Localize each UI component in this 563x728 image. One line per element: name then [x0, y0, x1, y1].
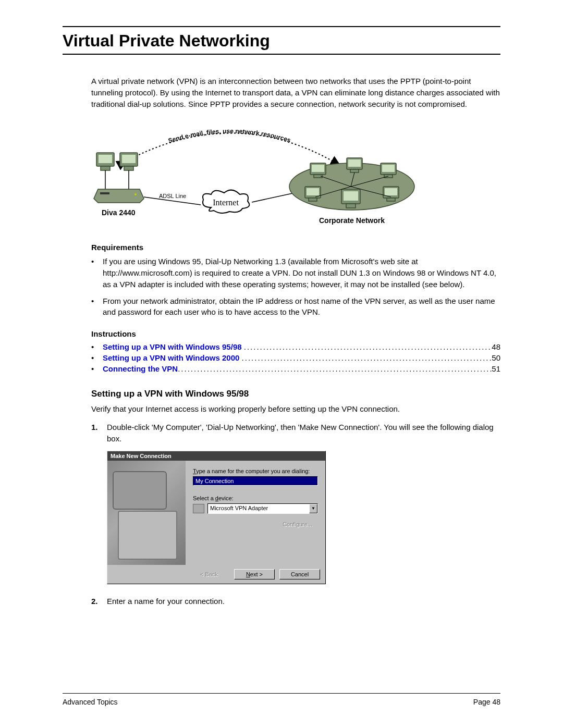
name-field-label: Type a name for the computer you are dia…	[193, 468, 318, 474]
svg-rect-30	[344, 191, 358, 201]
svg-rect-9	[100, 192, 109, 194]
svg-rect-2	[99, 155, 112, 163]
svg-rect-27	[385, 188, 397, 195]
diva-label: Diva 2440	[102, 208, 136, 217]
svg-point-10	[134, 193, 137, 195]
vpn-diagram: Send e-mail, files, use network resource…	[91, 119, 500, 230]
wizard-image	[107, 461, 186, 565]
svg-rect-3	[101, 166, 110, 170]
footer-right: Page 48	[473, 698, 500, 706]
page-title: Virtual Private Networking	[63, 31, 500, 51]
toc-item: • Setting up a VPN with Windows 2000 ...…	[91, 353, 500, 362]
svg-rect-15	[312, 165, 324, 172]
svg-rect-24	[307, 188, 319, 195]
list-item: •If you are using Windows 95, Dial-Up Ne…	[91, 256, 500, 290]
svg-rect-5	[122, 155, 136, 163]
intro-paragraph: A virtual private network (VPN) is an in…	[91, 76, 500, 109]
requirements-heading: Requirements	[91, 243, 500, 252]
dialog-title: Make New Connection	[107, 451, 325, 461]
page-footer: Advanced Topics Page 48	[63, 693, 500, 706]
svg-rect-6	[124, 166, 133, 170]
svg-rect-18	[348, 159, 361, 167]
connection-name-input[interactable]	[193, 476, 318, 486]
toc-page: 51	[492, 364, 500, 373]
toc-page: 50	[492, 353, 500, 362]
toc-item: • Connecting the VPN ...................…	[91, 364, 500, 373]
toc-link-win2000[interactable]: Setting up a VPN with Windows 2000	[103, 353, 239, 362]
section-heading: Setting up a VPN with Windows 95/98	[91, 389, 500, 399]
arc-label: Send e-mail, files, use network resource…	[167, 128, 292, 145]
toc-link-connecting[interactable]: Connecting the VPN	[103, 364, 178, 373]
instructions-toc: • Setting up a VPN with Windows 95/98 ..…	[91, 342, 500, 373]
instructions-heading: Instructions	[91, 329, 500, 338]
svg-rect-28	[387, 198, 395, 201]
device-field-label: Select a device:	[193, 495, 318, 501]
step-1: 1. Double-click 'My Computer', 'Dial-Up …	[91, 422, 500, 445]
back-button: < Back	[189, 569, 229, 579]
svg-rect-21	[382, 165, 395, 172]
chevron-down-icon[interactable]: ▼	[309, 504, 317, 513]
corporate-label: Corporate Network	[319, 216, 385, 225]
next-button[interactable]: Next >	[234, 569, 275, 579]
toc-page: 48	[492, 342, 500, 351]
internet-label: Internet	[213, 198, 239, 207]
device-select[interactable]: Microsoft VPN Adapter ▼	[207, 503, 318, 514]
verify-text: Verify that your Internet access is work…	[91, 404, 500, 413]
cancel-button[interactable]: Cancel	[279, 569, 320, 579]
toc-link-win9598[interactable]: Setting up a VPN with Windows 95/98	[103, 342, 242, 351]
list-item: •From your network administrator, obtain…	[91, 295, 500, 318]
svg-rect-31	[346, 204, 356, 208]
toc-item: • Setting up a VPN with Windows 95/98 ..…	[91, 342, 500, 351]
device-icon	[193, 504, 204, 513]
svg-rect-25	[309, 198, 317, 201]
step-2: 2. Enter a name for your connection.	[91, 596, 500, 607]
svg-text:Send e-mail, files, use networ: Send e-mail, files, use network resource…	[167, 128, 292, 145]
svg-rect-19	[350, 169, 359, 172]
footer-left: Advanced Topics	[63, 698, 118, 706]
adsl-label: ADSL Line	[159, 193, 186, 199]
configure-button: Configure...	[277, 519, 318, 529]
requirements-list: •If you are using Windows 95, Dial-Up Ne…	[91, 256, 500, 318]
make-new-connection-dialog: Make New Connection Type a name for the …	[107, 451, 326, 584]
